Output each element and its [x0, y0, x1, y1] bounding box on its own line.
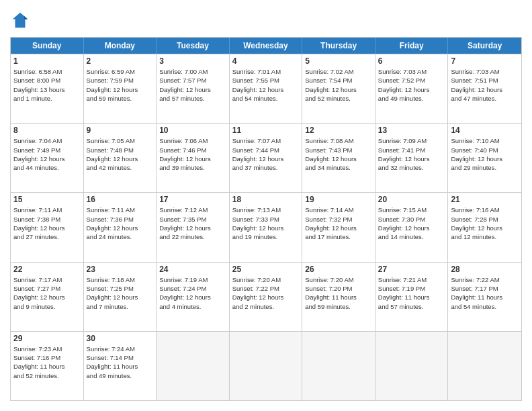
- extra-text: and 1 minute.: [13, 94, 81, 103]
- calendar-cell: 24Sunrise: 7:19 AMSunset: 7:24 PMDayligh…: [157, 263, 230, 331]
- sunrise-text: Sunrise: 7:21 AM: [378, 275, 445, 284]
- sunset-text: Sunset: 7:36 PM: [87, 215, 154, 224]
- calendar-cell: 27Sunrise: 7:21 AMSunset: 7:19 PMDayligh…: [375, 263, 449, 331]
- extra-text: and 44 minutes.: [13, 163, 81, 172]
- sunrise-text: Sunrise: 7:04 AM: [13, 136, 81, 145]
- daylight-text: Daylight: 11 hours: [451, 293, 519, 302]
- sunrise-text: Sunrise: 7:06 AM: [159, 136, 226, 145]
- day-number: 10: [159, 126, 226, 135]
- sunset-text: Sunset: 7:51 PM: [451, 76, 519, 85]
- daylight-text: Daylight: 12 hours: [378, 154, 445, 163]
- day-number: 17: [159, 195, 226, 204]
- calendar-cell: 17Sunrise: 7:12 AMSunset: 7:35 PMDayligh…: [157, 193, 230, 261]
- calendar-header: SundayMondayTuesdayWednesdayThursdayFrid…: [11, 38, 521, 54]
- calendar-cell: 26Sunrise: 7:20 AMSunset: 7:20 PMDayligh…: [302, 263, 375, 331]
- sunset-text: Sunset: 7:16 PM: [13, 353, 81, 362]
- day-number: 14: [451, 126, 519, 135]
- sunset-text: Sunset: 7:33 PM: [232, 215, 300, 224]
- sunset-text: Sunset: 7:25 PM: [87, 284, 154, 293]
- calendar-cell: 18Sunrise: 7:13 AMSunset: 7:33 PMDayligh…: [230, 193, 303, 261]
- day-number: 3: [159, 56, 226, 66]
- daylight-text: Daylight: 12 hours: [232, 85, 300, 94]
- day-number: 5: [305, 56, 372, 66]
- calendar-cell: 15Sunrise: 7:11 AMSunset: 7:38 PMDayligh…: [11, 193, 84, 261]
- day-number: 1: [13, 56, 81, 66]
- calendar-cell: [302, 332, 375, 400]
- weekday-header: Wednesday: [230, 38, 303, 54]
- calendar-cell: 29Sunrise: 7:23 AMSunset: 7:16 PMDayligh…: [11, 332, 84, 400]
- day-number: 19: [305, 195, 372, 204]
- daylight-text: Daylight: 12 hours: [87, 224, 154, 232]
- extra-text: and 54 minutes.: [451, 302, 519, 311]
- calendar-cell: [375, 332, 449, 400]
- sunset-text: Sunset: 7:17 PM: [451, 284, 519, 293]
- daylight-text: Daylight: 12 hours: [305, 85, 372, 94]
- calendar-cell: 3Sunrise: 7:00 AMSunset: 7:57 PMDaylight…: [157, 54, 230, 123]
- day-number: 23: [87, 265, 154, 274]
- sunset-text: Sunset: 7:48 PM: [87, 146, 154, 154]
- weekday-header: Tuesday: [157, 38, 230, 54]
- daylight-text: Daylight: 12 hours: [159, 293, 226, 302]
- extra-text: and 27 minutes.: [13, 232, 81, 241]
- extra-text: and 29 minutes.: [451, 163, 519, 172]
- daylight-text: Daylight: 12 hours: [451, 224, 519, 232]
- sunrise-text: Sunrise: 7:00 AM: [159, 67, 226, 76]
- day-number: 29: [13, 334, 81, 343]
- day-number: 25: [232, 265, 300, 274]
- sunset-text: Sunset: 7:41 PM: [378, 146, 445, 154]
- daylight-text: Daylight: 12 hours: [87, 85, 154, 94]
- calendar-cell: 8Sunrise: 7:04 AMSunset: 7:49 PMDaylight…: [11, 124, 84, 192]
- daylight-text: Daylight: 12 hours: [232, 224, 300, 232]
- day-number: 20: [378, 195, 445, 204]
- extra-text: and 59 minutes.: [87, 94, 154, 103]
- calendar-week: 22Sunrise: 7:17 AMSunset: 7:27 PMDayligh…: [11, 262, 521, 331]
- daylight-text: Daylight: 12 hours: [451, 85, 519, 94]
- day-number: 15: [13, 195, 81, 204]
- extra-text: and 52 minutes.: [305, 94, 372, 103]
- calendar-cell: [230, 332, 303, 400]
- extra-text: and 42 minutes.: [87, 163, 154, 172]
- sunrise-text: Sunrise: 7:20 AM: [232, 275, 300, 284]
- sunrise-text: Sunrise: 7:07 AM: [232, 136, 300, 145]
- extra-text: and 57 minutes.: [159, 94, 226, 103]
- daylight-text: Daylight: 12 hours: [13, 293, 81, 302]
- day-number: 28: [451, 265, 519, 274]
- extra-text: and 12 minutes.: [451, 232, 519, 241]
- daylight-text: Daylight: 12 hours: [87, 293, 154, 302]
- calendar-week: 8Sunrise: 7:04 AMSunset: 7:49 PMDaylight…: [11, 123, 521, 192]
- daylight-text: Daylight: 11 hours: [87, 362, 154, 371]
- daylight-text: Daylight: 12 hours: [159, 154, 226, 163]
- calendar-cell: 14Sunrise: 7:10 AMSunset: 7:40 PMDayligh…: [448, 124, 521, 192]
- sunset-text: Sunset: 7:30 PM: [378, 215, 445, 224]
- sunset-text: Sunset: 7:49 PM: [13, 146, 81, 154]
- weekday-header: Thursday: [302, 38, 375, 54]
- sunset-text: Sunset: 7:35 PM: [159, 215, 226, 224]
- day-number: 22: [13, 265, 81, 274]
- daylight-text: Daylight: 12 hours: [13, 224, 81, 232]
- sunrise-text: Sunrise: 7:24 AM: [87, 345, 154, 353]
- sunset-text: Sunset: 7:32 PM: [305, 215, 372, 224]
- sunrise-text: Sunrise: 7:23 AM: [13, 345, 81, 353]
- sunrise-text: Sunrise: 7:14 AM: [305, 205, 372, 214]
- logo-icon: [10, 10, 30, 30]
- day-number: 30: [87, 334, 154, 343]
- weekday-header: Sunday: [11, 38, 84, 54]
- daylight-text: Daylight: 12 hours: [451, 154, 519, 163]
- sunrise-text: Sunrise: 7:02 AM: [305, 67, 372, 76]
- calendar-cell: 22Sunrise: 7:17 AMSunset: 7:27 PMDayligh…: [11, 263, 84, 331]
- page: SundayMondayTuesdayWednesdayThursdayFrid…: [0, 0, 532, 411]
- extra-text: and 19 minutes.: [232, 232, 300, 241]
- daylight-text: Daylight: 13 hours: [13, 85, 81, 94]
- sunrise-text: Sunrise: 7:11 AM: [87, 205, 154, 214]
- calendar-cell: 11Sunrise: 7:07 AMSunset: 7:44 PMDayligh…: [230, 124, 303, 192]
- extra-text: and 4 minutes.: [159, 302, 226, 311]
- day-number: 24: [159, 265, 226, 274]
- calendar-body: 1Sunrise: 6:58 AMSunset: 8:00 PMDaylight…: [11, 54, 521, 400]
- calendar-cell: [157, 332, 230, 400]
- extra-text: and 22 minutes.: [159, 232, 226, 241]
- sunrise-text: Sunrise: 7:18 AM: [87, 275, 154, 284]
- sunrise-text: Sunrise: 7:11 AM: [13, 205, 81, 214]
- daylight-text: Daylight: 12 hours: [159, 85, 226, 94]
- sunrise-text: Sunrise: 7:08 AM: [305, 136, 372, 145]
- sunset-text: Sunset: 7:19 PM: [378, 284, 445, 293]
